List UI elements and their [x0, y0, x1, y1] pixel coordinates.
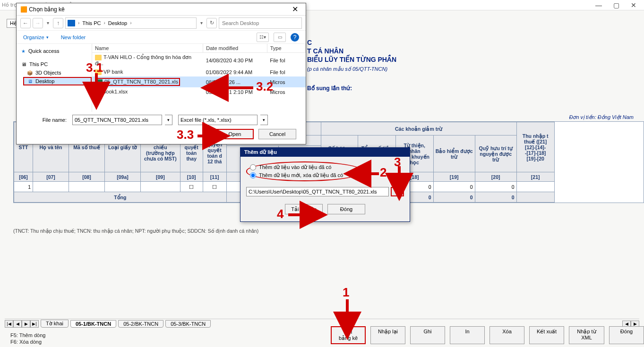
- nav-up-icon[interactable]: ↑: [53, 18, 63, 28]
- desktop-icon: [28, 78, 33, 84]
- close-import-button[interactable]: Đóng: [327, 204, 365, 214]
- cell[interactable]: [141, 182, 180, 192]
- window-controls: — ▢ ✕: [595, 1, 642, 9]
- cell[interactable]: [33, 182, 69, 192]
- file-row[interactable]: T-VAN HILO - Cổng thông tin hóa đơn đi..…: [92, 53, 306, 68]
- footnote: (TNCT: Thu nhập chịu thuế; TNCN: thu nhậ…: [13, 228, 258, 234]
- dialog-titlebar: 🟧 Chọn bảng kê ✕: [17, 3, 306, 16]
- col-thunhap: Thu nhập t thuế ([21] [12]-[14]- -[17]-[…: [516, 122, 554, 172]
- nav-this-pc[interactable]: This PC: [17, 60, 92, 68]
- organize-button[interactable]: Organize ▾: [23, 34, 49, 40]
- tab-last-icon[interactable]: ▶|: [30, 320, 39, 328]
- dialog-footer: File name: ▾ ▾ Open Cancel: [17, 112, 306, 144]
- doc-header-line2: T CÁ NHÂN: [307, 47, 396, 55]
- new-folder-button[interactable]: New folder: [61, 34, 86, 40]
- nav-fwd-icon[interactable]: →: [33, 18, 43, 28]
- tab-first-icon[interactable]: |◀: [5, 320, 13, 328]
- close-icon[interactable]: ✕: [631, 1, 636, 9]
- refresh-icon[interactable]: ↻: [206, 18, 217, 28]
- hint-f6: F6: Xóa dòng: [10, 339, 45, 345]
- crumb-dropdown-icon[interactable]: ▾: [198, 20, 205, 25]
- file-row-selected[interactable]: 05_QTT_TNCN_TT80_2021.xls 08/2 2 11:26 .…: [92, 76, 306, 87]
- filename-input[interactable]: [72, 115, 162, 125]
- load-bangke-button[interactable]: Tải bảng kê: [331, 326, 366, 344]
- view-mode-icon[interactable]: ☷▾: [257, 33, 269, 42]
- nhaplai-button[interactable]: Nhập lại: [370, 326, 405, 344]
- minimize-icon[interactable]: —: [595, 1, 602, 9]
- in-button[interactable]: In: [450, 326, 485, 344]
- tab-nav-arrows: |◀ ◀ ▶ ▶|: [5, 320, 39, 328]
- chevron-right-icon[interactable]: ›: [130, 20, 131, 25]
- path-input[interactable]: [246, 187, 389, 196]
- cell-stt[interactable]: 1: [14, 182, 33, 192]
- col-date[interactable]: Date modified: [203, 44, 267, 53]
- folder-icon: [95, 69, 102, 75]
- dialog-nav: ← → ▾ ↑ › This PC › Desktop › ▾ ↻: [17, 16, 306, 31]
- bottom-buttons: Tải bảng kê Nhập lại Ghi In Xóa Kết xuất…: [331, 326, 644, 344]
- filter-dropdown-icon[interactable]: ▾: [260, 115, 268, 125]
- maximize-icon[interactable]: ▢: [613, 1, 619, 9]
- nav-pane: Quick access This PC 3D Objects Desktop: [17, 44, 92, 112]
- doc-header-line1: C: [307, 39, 396, 46]
- file-list[interactable]: Name Date modified Type T-VAN HILO - Cổn…: [92, 44, 306, 112]
- col-name[interactable]: Name: [92, 44, 203, 53]
- nav-back-icon[interactable]: ←: [20, 18, 31, 28]
- filename-dropdown-icon[interactable]: ▾: [165, 115, 172, 125]
- preview-pane-icon[interactable]: ▭: [274, 33, 286, 42]
- chevron-right-icon[interactable]: ›: [103, 20, 105, 25]
- open-button[interactable]: Open: [216, 129, 254, 139]
- pc-icon: [68, 20, 75, 26]
- file-row[interactable]: Book1.xlsx 05/03/2021 2:10 PMMicros: [92, 87, 306, 96]
- radio-append[interactable]: [250, 164, 256, 170]
- tab-bk1[interactable]: 05-1/BK-TNCN: [70, 320, 116, 328]
- tab-next-icon[interactable]: ▶: [22, 320, 30, 328]
- dialog-content: Quick access This PC 3D Objects Desktop …: [17, 44, 306, 112]
- cell[interactable]: 0: [433, 182, 475, 192]
- supplement-label: Bổ sung lần thứ:: [307, 85, 352, 92]
- tab-bk3[interactable]: 05-3/BK-TNCN: [165, 320, 211, 328]
- nav-history-icon[interactable]: ▾: [45, 20, 51, 25]
- option-append[interactable]: Thêm dữ liệu vào dữ liệu đã có: [250, 163, 343, 171]
- excel-icon: [97, 79, 103, 85]
- cell-chk[interactable]: ☐: [180, 182, 203, 192]
- help-icon[interactable]: ?: [291, 33, 299, 42]
- file-open-dialog: 🟧 Chọn bảng kê ✕ ← → ▾ ↑ › This PC › Des…: [16, 3, 306, 144]
- option-group: Thêm dữ liệu vào dữ liệu đã có Thêm dữ l…: [246, 161, 363, 181]
- cell[interactable]: [516, 182, 554, 192]
- currency-unit: Đơn vị tiền: Đồng Việt Nam: [569, 114, 634, 120]
- col-quyhuu: Quỹ hưu trí tự nguyện được trừ: [475, 135, 516, 172]
- col-type[interactable]: Type: [267, 44, 305, 53]
- folder-icon: [95, 55, 102, 60]
- ketxuat-button[interactable]: Kết xuất: [529, 326, 564, 344]
- filter-select[interactable]: [178, 115, 258, 125]
- cell-chk[interactable]: ☐: [203, 182, 226, 192]
- ghi-button[interactable]: Ghi: [410, 326, 445, 344]
- dong-button[interactable]: Đóng: [609, 326, 644, 344]
- xoa-button[interactable]: Xóa: [489, 326, 524, 344]
- radio-replace[interactable]: [250, 172, 256, 178]
- nhapxml-button[interactable]: Nhập từ XML: [569, 326, 604, 344]
- tab-tokhai[interactable]: Tờ khai: [41, 320, 69, 328]
- breadcrumb[interactable]: › This PC › Desktop ›: [65, 17, 197, 29]
- tab-bk2[interactable]: 05-2/BK-TNCN: [118, 320, 163, 328]
- cell[interactable]: [69, 182, 105, 192]
- dialog-close-icon[interactable]: ✕: [288, 5, 302, 14]
- crumb-thispc[interactable]: This PC: [82, 20, 101, 26]
- cancel-button[interactable]: Cancel: [258, 129, 296, 139]
- search-input[interactable]: [219, 17, 302, 29]
- cell[interactable]: [105, 182, 141, 192]
- chevron-right-icon[interactable]: ›: [78, 20, 79, 25]
- file-row[interactable]: VP bank 01/08/2022 9:44 AMFile fol: [92, 68, 306, 76]
- star-icon: [21, 48, 26, 54]
- nav-quick-access[interactable]: Quick access: [17, 47, 92, 55]
- import-title: Thêm dữ liệu: [240, 148, 410, 157]
- crumb-desktop[interactable]: Desktop: [108, 20, 127, 26]
- tab-prev-icon[interactable]: ◀: [13, 320, 22, 328]
- nav-3d-objects[interactable]: 3D Objects: [17, 68, 92, 77]
- nav-desktop[interactable]: Desktop: [23, 77, 92, 85]
- option-replace[interactable]: Thêm dữ liệu mới, xóa dữ liệu đã có: [250, 171, 343, 179]
- filename-label: File name:: [22, 117, 69, 123]
- load-data-button[interactable]: Tải dữ liệu: [285, 204, 323, 214]
- browse-button[interactable]: ...: [391, 187, 404, 196]
- cell[interactable]: 0: [475, 182, 516, 192]
